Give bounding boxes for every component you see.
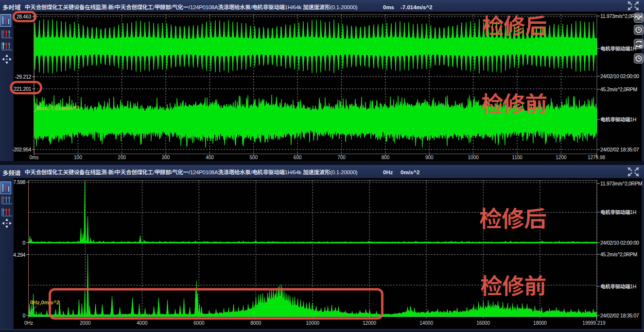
svg-text:检修前: 检修前 xyxy=(481,86,547,118)
svg-text:检修后: 检修后 xyxy=(479,200,546,234)
svg-text:检修前: 检修前 xyxy=(480,268,546,300)
svg-text:检修后: 检修后 xyxy=(482,9,546,40)
